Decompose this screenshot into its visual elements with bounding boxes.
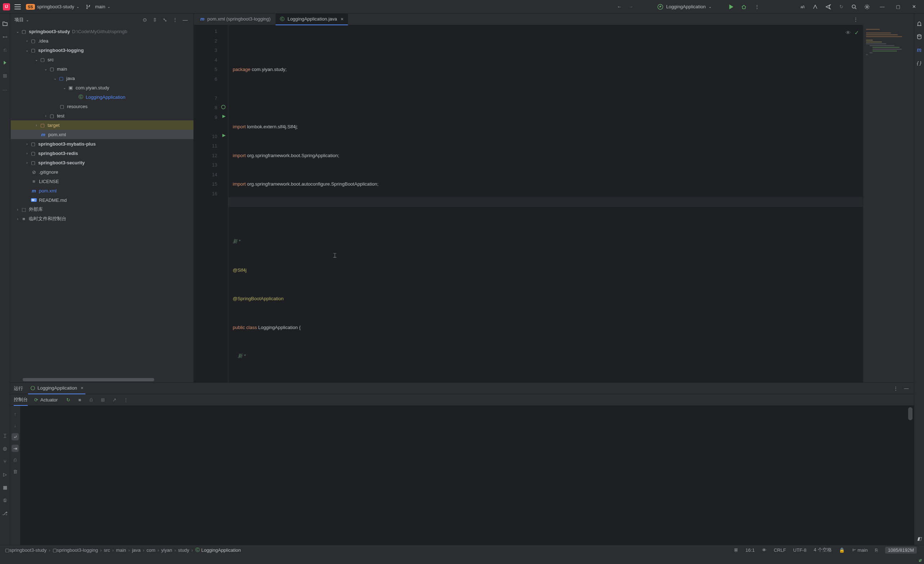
tree-scratches[interactable]: 临时文件和控制台 [29, 215, 66, 222]
tree-item[interactable]: resources [67, 104, 87, 109]
settings-icon[interactable] [862, 3, 872, 11]
run-tab[interactable]: LoggingApplication × [28, 383, 86, 394]
more-actions-button[interactable]: ⋮ [752, 3, 762, 11]
nav-back-button[interactable]: ← [614, 3, 624, 11]
vertical-scrollbar[interactable] [908, 407, 912, 420]
hide-toolwindow-icon[interactable]: — [902, 385, 910, 393]
chevron-down-icon[interactable]: ⌄ [26, 18, 29, 22]
redo-icon[interactable]: ↻ [836, 3, 846, 11]
tree-item[interactable]: com.yiyan.study [76, 85, 109, 90]
file-encoding[interactable]: UTF-8 [793, 547, 807, 553]
editor-tab-active[interactable]: ⒸLoggingApplication.java× [276, 14, 348, 25]
more-tool-icon[interactable]: … [2, 85, 9, 92]
search-icon[interactable] [849, 3, 859, 11]
actuator-tab[interactable]: ⟳Actuator [34, 394, 58, 406]
tree-item-target[interactable]: target [48, 123, 60, 128]
bottom-leaf-icon[interactable]: ⸙ [919, 557, 922, 563]
tree-file-app[interactable]: LoggingApplication [86, 95, 125, 100]
database-tool-icon[interactable] [916, 33, 923, 41]
project-tool-icon[interactable] [2, 20, 9, 27]
run-configuration[interactable]: LoggingApplication ⌄ [654, 3, 721, 11]
tree-file-pom[interactable]: pom.xml [48, 132, 66, 137]
tree-file[interactable]: pom.xml [39, 188, 57, 194]
terminal-tool-icon[interactable]: ⌶ [2, 432, 9, 439]
tab-list-icon[interactable]: ⋮ [851, 15, 860, 24]
chevron-down-icon[interactable]: ⌄ [107, 5, 110, 9]
tree-item[interactable]: springboot3-redis [38, 150, 78, 156]
layout-icon[interactable]: ⊞ [99, 396, 106, 404]
breadcrumb[interactable]: ▢ springboot3-study› ▢ springboot3-loggi… [4, 547, 242, 553]
services-tool-icon[interactable]: ▦ [2, 484, 9, 491]
inspection-ok-icon[interactable]: ✓ [855, 28, 859, 38]
chevron-down-icon[interactable]: ⌄ [76, 5, 79, 9]
tree-root[interactable]: springboot3-study [29, 29, 70, 34]
vcs-tool-icon[interactable]: ⎇ [2, 510, 9, 517]
rerun-icon[interactable]: ↻ [64, 396, 72, 404]
pull-requests-icon[interactable]: ⎌ [2, 46, 9, 53]
code-with-me-icon[interactable] [810, 3, 820, 11]
gutter-run-icon[interactable] [222, 114, 226, 119]
bookmarks-icon[interactable]: ⊞ [2, 72, 9, 79]
notifications-icon[interactable] [916, 20, 923, 27]
tree-item[interactable]: springboot3-logging [38, 48, 84, 53]
editor-tab[interactable]: mpom.xml (springboot3-logging) [196, 14, 275, 25]
run-button[interactable] [726, 3, 736, 11]
memory-indicator[interactable]: 1085/8192M [885, 547, 917, 553]
reader-mode-icon[interactable]: 👁 [846, 28, 851, 38]
tree-item[interactable]: springboot3-mybatis-plus [38, 141, 96, 147]
gradle-tool-icon[interactable]: { } [916, 59, 923, 66]
tree-file[interactable]: LICENSE [39, 179, 59, 184]
scroll-to-top-icon[interactable]: ↑ [12, 410, 19, 417]
horizontal-scrollbar[interactable] [23, 378, 154, 381]
git-branch-status[interactable]: main [852, 547, 868, 553]
branch-name[interactable]: main [95, 4, 105, 9]
reader-icon[interactable]: 👁 [762, 547, 766, 553]
run-tool-icon[interactable]: ▷ [2, 471, 9, 478]
close-tab-icon[interactable]: × [340, 16, 343, 22]
close-tab-icon[interactable]: × [81, 385, 84, 391]
debug-button[interactable] [739, 3, 749, 11]
dump-icon[interactable]: ⎙ [87, 396, 95, 404]
line-separator[interactable]: CRLF [774, 547, 786, 553]
indent-settings[interactable]: 4 个空格 [814, 547, 832, 553]
tree-item[interactable]: src [48, 57, 54, 62]
editor-minimap[interactable] [863, 25, 914, 382]
gutter-bean-icon[interactable] [221, 105, 226, 110]
close-button[interactable]: ✕ [907, 3, 921, 11]
soft-wrap-icon[interactable]: ⤶ [12, 433, 19, 441]
gutter-run-icon[interactable] [222, 133, 226, 138]
scroll-output-icon[interactable]: ⇥ [12, 445, 19, 452]
scroll-to-end-icon[interactable]: ↓ [12, 422, 19, 429]
send-icon[interactable] [823, 3, 833, 11]
right-bottom-icon[interactable]: ◧ [916, 535, 923, 542]
status-shield-icon[interactable]: ⛨ [734, 547, 738, 553]
main-menu-icon[interactable] [14, 5, 21, 9]
tree-file[interactable]: README.md [39, 197, 67, 203]
lock-icon[interactable]: 🔒 [839, 547, 845, 553]
editor-code[interactable]: 👁 ✓ package com.yiyan.study; import lomb… [228, 25, 863, 382]
project-name[interactable]: springboot3-study [37, 4, 74, 9]
maven-tool-icon[interactable]: m [916, 46, 923, 53]
toolwindow-settings-icon[interactable]: ⋮ [171, 16, 179, 24]
print-icon[interactable]: ⎙ [12, 456, 19, 463]
commit-tool-icon[interactable]: ⊷ [2, 33, 9, 41]
editor-gutter[interactable]: 123456 7 8 9 10 111213141516 [194, 25, 228, 382]
tree-item[interactable]: java [66, 76, 75, 81]
structure-tool-icon[interactable] [2, 59, 9, 66]
locate-icon[interactable]: ⊙ [141, 16, 149, 24]
tree-file[interactable]: .gitignore [39, 169, 58, 175]
todo-tool-icon[interactable]: ① [2, 496, 9, 504]
git-tool-icon[interactable]: ⑂ [2, 458, 9, 465]
clear-icon[interactable]: 🗑 [12, 468, 19, 475]
exit-icon[interactable]: ↗ [110, 396, 118, 404]
run-settings-icon[interactable]: ⋮ [892, 385, 900, 393]
maximize-button[interactable]: ▢ [891, 3, 905, 11]
expand-all-icon[interactable]: ⇳ [151, 16, 159, 24]
hide-toolwindow-icon[interactable]: — [181, 16, 189, 24]
tree-item[interactable]: test [57, 113, 64, 119]
minimize-button[interactable]: — [875, 3, 890, 11]
padlock-icon[interactable]: ⎘ [875, 547, 878, 553]
tree-external-libs[interactable]: 外部库 [29, 206, 43, 213]
translate-icon[interactable]: 🗚 [797, 3, 807, 11]
tree-item[interactable]: .idea [38, 38, 48, 44]
